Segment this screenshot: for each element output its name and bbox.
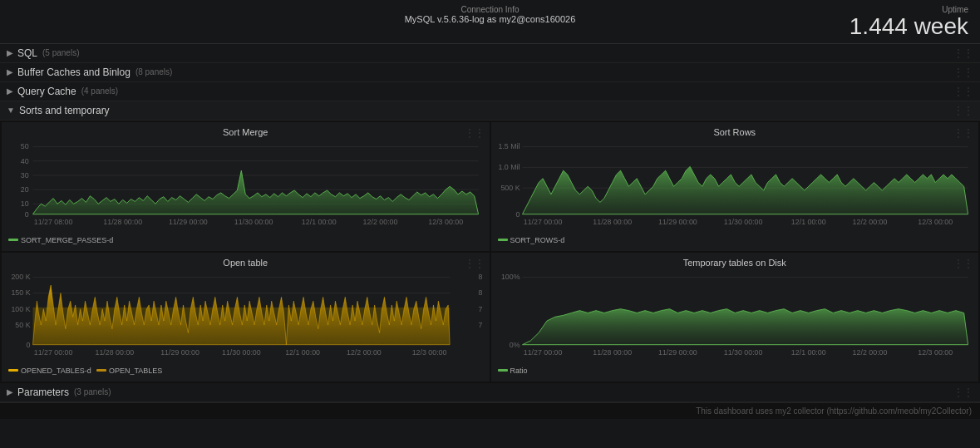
svg-text:12/2 00:00: 12/2 00:00	[363, 218, 398, 226]
svg-text:8.002 K: 8.002 K	[479, 273, 483, 281]
chart-open-table: 200 K 150 K 100 K 50 K 0 8.002 K 8.000 K…	[8, 269, 483, 365]
svg-text:30: 30	[21, 171, 29, 180]
svg-text:11/27 00:00: 11/27 00:00	[523, 348, 562, 357]
svg-text:7.998 K: 7.998 K	[479, 321, 483, 329]
panel-sort-rows-drag: ⋮⋮	[953, 127, 973, 139]
panel-sort-merge: ⋮⋮ Sort Merge 50 40 30 20 10 0 11/27 08:…	[2, 122, 490, 251]
svg-text:11/29 00:00: 11/29 00:00	[160, 348, 199, 357]
svg-text:7.999 K: 7.999 K	[479, 305, 483, 313]
svg-text:11/27 00:00: 11/27 00:00	[523, 218, 562, 226]
section-query-cache[interactable]: ▶ Query Cache (4 panels) ⋮⋮	[0, 82, 980, 101]
svg-text:12/3 00:00: 12/3 00:00	[918, 218, 953, 226]
svg-text:11/28 00:00: 11/28 00:00	[95, 348, 134, 357]
chevron-sql: ▶	[7, 48, 13, 57]
svg-text:12/3 00:00: 12/3 00:00	[412, 348, 447, 357]
svg-text:12/2 00:00: 12/2 00:00	[852, 348, 887, 357]
section-title-sql: SQL	[17, 47, 37, 59]
svg-text:11/28 00:00: 11/28 00:00	[103, 218, 142, 226]
footer: This dashboard uses my2 collector (https…	[0, 402, 980, 419]
drag-handle-sorts: ⋮⋮	[953, 105, 973, 116]
svg-text:0: 0	[25, 209, 29, 218]
chevron-query-cache: ▶	[7, 86, 13, 96]
section-count-query-cache: (4 panels)	[81, 86, 118, 96]
drag-handle-query-cache: ⋮⋮	[953, 86, 973, 97]
panel-open-table: ⋮⋮ Open table 200 K 150 K 100 K 50 K 0 8…	[2, 253, 490, 382]
connection-info: Connection Info MySQL v.5.6.36-log as my…	[145, 5, 835, 24]
section-count-buffer: (8 panels)	[135, 67, 172, 76]
svg-text:11/29 00:00: 11/29 00:00	[658, 348, 697, 357]
svg-text:12/2 00:00: 12/2 00:00	[852, 218, 887, 226]
svg-text:11/30 00:00: 11/30 00:00	[723, 348, 762, 357]
svg-text:1.5 Mil: 1.5 Mil	[498, 142, 520, 150]
svg-text:11/27 00:00: 11/27 00:00	[34, 348, 73, 357]
svg-text:11/29 00:00: 11/29 00:00	[169, 218, 208, 226]
section-title-query-cache: Query Cache	[17, 86, 76, 97]
svg-text:1.0 Mil: 1.0 Mil	[498, 163, 520, 171]
panel-sort-rows-title: Sort Rows	[498, 127, 973, 137]
panel-sort-merge-drag: ⋮⋮	[465, 127, 485, 139]
svg-text:40: 40	[21, 157, 29, 165]
svg-text:100%: 100%	[500, 273, 520, 281]
section-count-parameters: (3 panels)	[74, 387, 111, 396]
svg-text:0: 0	[27, 340, 31, 348]
section-title-sorts: Sorts and temporary	[19, 105, 110, 116]
svg-text:50 K: 50 K	[15, 321, 30, 329]
chart-sort-merge: 50 40 30 20 10 0 11/27 08:00 11/28 00:00…	[8, 139, 483, 234]
svg-text:12/2 00:00: 12/2 00:00	[347, 348, 382, 357]
svg-text:0: 0	[515, 209, 520, 218]
svg-text:12/1 00:00: 12/1 00:00	[790, 218, 825, 226]
panel-temp-disk: ⋮⋮ Temporary tables on Disk 100% 0% 11/2…	[491, 253, 979, 382]
panel-sort-merge-title: Sort Merge	[8, 127, 483, 137]
section-parameters[interactable]: ▶ Parameters (3 panels) ⋮⋮	[0, 383, 980, 402]
panels-grid: ⋮⋮ Sort Merge 50 40 30 20 10 0 11/27 08:…	[0, 121, 980, 383]
svg-text:12/3 00:00: 12/3 00:00	[918, 348, 953, 357]
section-sorts[interactable]: ▼ Sorts and temporary ⋮⋮	[0, 101, 980, 121]
svg-text:12/1 00:00: 12/1 00:00	[302, 218, 337, 226]
legend-sort-rows: SORT_ROWS-d	[498, 236, 973, 244]
svg-text:11/28 00:00: 11/28 00:00	[593, 218, 632, 226]
section-sql[interactable]: ▶ SQL (5 panels) ⋮⋮	[0, 44, 980, 63]
svg-text:0%: 0%	[509, 340, 520, 348]
uptime-box: Uptime 1.444 week	[835, 5, 968, 40]
section-title-buffer: Buffer Caches and Binlog	[17, 66, 131, 78]
svg-text:11/30 00:00: 11/30 00:00	[222, 348, 261, 357]
svg-text:20: 20	[21, 185, 29, 194]
svg-text:100 K: 100 K	[11, 305, 30, 313]
footer-text: This dashboard uses my2 collector (https…	[696, 406, 972, 416]
chevron-buffer: ▶	[7, 67, 13, 76]
svg-text:8.000 K: 8.000 K	[479, 288, 483, 297]
chevron-sorts: ▼	[7, 106, 15, 115]
svg-text:11/30 00:00: 11/30 00:00	[234, 218, 273, 226]
panel-temp-disk-drag: ⋮⋮	[953, 258, 973, 269]
svg-text:200 K: 200 K	[11, 273, 30, 281]
drag-handle-sql: ⋮⋮	[953, 47, 973, 59]
panel-temp-disk-title: Temporary tables on Disk	[498, 258, 973, 268]
section-buffer[interactable]: ▶ Buffer Caches and Binlog (8 panels) ⋮⋮	[0, 63, 980, 82]
svg-text:11/30 00:00: 11/30 00:00	[723, 218, 762, 226]
legend-open-table: OPENED_TABLES-d OPEN_TABLES	[8, 367, 483, 375]
svg-text:11/28 00:00: 11/28 00:00	[593, 348, 632, 357]
svg-text:11/27 08:00: 11/27 08:00	[34, 218, 73, 226]
section-count-sql: (5 panels)	[42, 48, 79, 57]
legend-temp-disk: Ratio	[498, 367, 973, 375]
chevron-parameters: ▶	[7, 387, 13, 396]
svg-text:12/1 00:00: 12/1 00:00	[285, 348, 320, 357]
svg-text:150 K: 150 K	[11, 288, 30, 297]
svg-text:12/1 00:00: 12/1 00:00	[790, 348, 825, 357]
svg-text:50: 50	[21, 142, 29, 150]
drag-handle-buffer: ⋮⋮	[953, 66, 973, 78]
svg-text:10: 10	[21, 199, 29, 208]
chart-sort-rows: 1.5 Mil 1.0 Mil 500 K 0 11/27 00:00 11/2…	[498, 139, 973, 234]
connection-info-value: MySQL v.5.6.36-log as my2@cons160026	[145, 14, 835, 24]
legend-sort-merge: SORT_MERGE_PASSES-d	[8, 236, 483, 244]
svg-text:500 K: 500 K	[500, 184, 520, 192]
panel-open-table-drag: ⋮⋮	[465, 258, 485, 269]
drag-handle-parameters: ⋮⋮	[953, 386, 973, 398]
uptime-value: 1.444 week	[835, 14, 968, 40]
top-bar: Connection Info MySQL v.5.6.36-log as my…	[0, 0, 980, 44]
panel-sort-rows: ⋮⋮ Sort Rows 1.5 Mil 1.0 Mil 500 K 0 11/…	[491, 122, 979, 251]
chart-temp-disk: 100% 0% 11/27 00:00 11/28 00:00 11/29 00…	[498, 269, 973, 365]
svg-text:11/29 00:00: 11/29 00:00	[658, 218, 697, 226]
svg-text:12/3 00:00: 12/3 00:00	[428, 218, 463, 226]
panel-open-table-title: Open table	[8, 258, 483, 268]
